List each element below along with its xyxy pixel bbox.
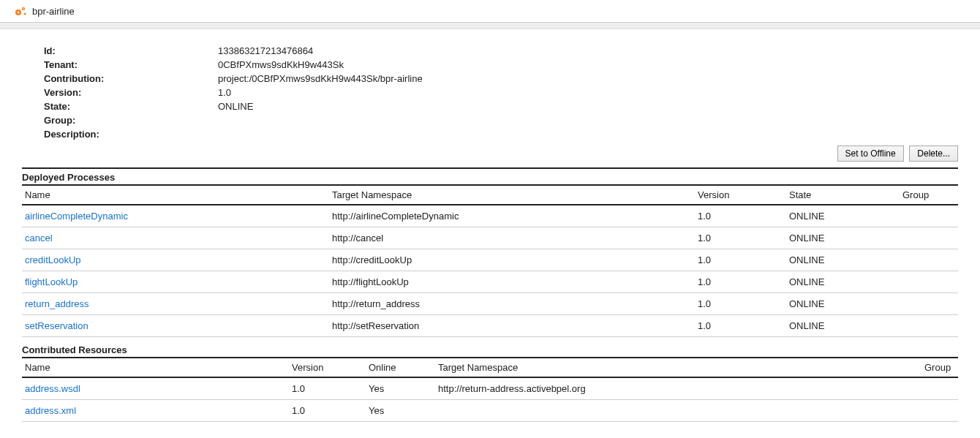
cell-target_ns: http://cancel xyxy=(329,227,695,249)
svg-point-4 xyxy=(23,8,24,10)
cell-target_ns: http://flightLookUp xyxy=(329,271,695,293)
cell-version: 1.0 xyxy=(695,271,786,293)
process-link[interactable]: airlineCompleteDynamic xyxy=(25,211,128,222)
value-group xyxy=(218,113,423,127)
value-contribution: project:/0CBfPXmws9sdKkH9w443Sk/bpr-airl… xyxy=(218,72,423,86)
col-version: Version xyxy=(695,185,786,205)
col-state: State xyxy=(786,185,900,205)
process-link[interactable]: flightLookUp xyxy=(25,276,78,287)
value-description xyxy=(218,127,423,141)
cell-target_ns: http://return_address xyxy=(329,293,695,315)
section-divider xyxy=(22,167,958,169)
table-row: cancelhttp://cancel1.0ONLINE xyxy=(22,227,958,249)
cell-version: 1.0 xyxy=(289,400,366,422)
cell-version: 1.0 xyxy=(695,315,786,337)
col-version: Version xyxy=(289,358,366,377)
col-online: Online xyxy=(366,358,435,377)
cell-version: 1.0 xyxy=(695,227,786,249)
label-tenant: Tenant: xyxy=(44,58,218,72)
deployed-processes-table: Name Target Namespace Version State Grou… xyxy=(22,184,958,337)
table-row: address.xml1.0Yes xyxy=(22,400,958,422)
table-row: return_addresshttp://return_address1.0ON… xyxy=(22,293,958,315)
col-target-ns: Target Namespace xyxy=(329,185,695,205)
col-name: Name xyxy=(22,358,289,377)
svg-point-2 xyxy=(24,13,26,15)
cell-group xyxy=(900,293,958,315)
value-tenant: 0CBfPXmws9sdKkH9w443Sk xyxy=(218,58,423,72)
cell-state: ONLINE xyxy=(786,205,900,227)
contributed-resources-title: Contributed Resources xyxy=(22,344,958,355)
cell-group xyxy=(900,205,958,227)
cell-group xyxy=(900,315,958,337)
table-row: address.wsdl1.0Yeshttp://return-address.… xyxy=(22,377,958,400)
details-panel: Id: 133863217213476864 Tenant: 0CBfPXmws… xyxy=(22,29,958,141)
value-version: 1.0 xyxy=(218,86,423,99)
table-row: creditLookUphttp://creditLookUp1.0ONLINE xyxy=(22,249,958,271)
label-group: Group: xyxy=(44,113,218,127)
actions-bar: Set to Offline Delete... xyxy=(22,141,958,165)
col-target-ns: Target Namespace xyxy=(435,358,921,377)
cell-group xyxy=(900,227,958,249)
label-contribution: Contribution: xyxy=(44,72,218,86)
cell-target_ns xyxy=(435,400,921,422)
label-state: State: xyxy=(44,99,218,113)
cell-state: ONLINE xyxy=(786,249,900,271)
value-id: 133863217213476864 xyxy=(218,44,423,58)
cell-target_ns: http://airlineCompleteDynamic xyxy=(329,205,695,227)
table-row: airlineCompleteDynamichttp://airlineComp… xyxy=(22,205,958,227)
col-group: Group xyxy=(900,185,958,205)
cell-version: 1.0 xyxy=(289,377,366,400)
set-offline-button[interactable]: Set to Offline xyxy=(837,146,904,162)
cell-group xyxy=(921,377,958,400)
cell-group xyxy=(900,249,958,271)
cell-version: 1.0 xyxy=(695,293,786,315)
cell-version: 1.0 xyxy=(695,205,786,227)
label-id: Id: xyxy=(44,44,218,58)
col-group: Group xyxy=(921,358,958,377)
label-description: Description: xyxy=(44,127,218,141)
process-link[interactable]: setReservation xyxy=(25,320,88,331)
top-separator xyxy=(0,23,980,29)
deployed-processes-title: Deployed Processes xyxy=(22,172,958,183)
label-version: Version: xyxy=(44,86,218,99)
delete-button[interactable]: Delete... xyxy=(909,146,958,162)
cell-state: ONLINE xyxy=(786,293,900,315)
header-bar: bpr-airline xyxy=(0,0,980,23)
cell-target_ns: http://creditLookUp xyxy=(329,249,695,271)
value-state: ONLINE xyxy=(218,99,423,113)
cell-state: ONLINE xyxy=(786,315,900,337)
process-link[interactable]: cancel xyxy=(25,233,53,243)
cell-target_ns: http://setReservation xyxy=(329,315,695,337)
cell-state: ONLINE xyxy=(786,271,900,293)
contributed-resources-table: Name Version Online Target Namespace Gro… xyxy=(22,357,958,422)
cell-group xyxy=(900,271,958,293)
page-title: bpr-airline xyxy=(32,6,75,17)
resource-link[interactable]: address.wsdl xyxy=(25,383,80,394)
table-row: setReservationhttp://setReservation1.0ON… xyxy=(22,315,958,337)
svg-point-3 xyxy=(18,12,20,14)
process-link[interactable]: return_address xyxy=(25,298,88,309)
cell-version: 1.0 xyxy=(695,249,786,271)
process-link[interactable]: creditLookUp xyxy=(25,254,81,265)
table-row: flightLookUphttp://flightLookUp1.0ONLINE xyxy=(22,271,958,293)
cell-online: Yes xyxy=(366,400,435,422)
cell-state: ONLINE xyxy=(786,227,900,249)
resource-link[interactable]: address.xml xyxy=(25,405,76,416)
cell-online: Yes xyxy=(366,377,435,400)
gears-icon xyxy=(15,5,28,17)
cell-target_ns: http://return-address.activebpel.org xyxy=(435,377,921,400)
cell-group xyxy=(921,400,958,422)
col-name: Name xyxy=(22,185,329,205)
